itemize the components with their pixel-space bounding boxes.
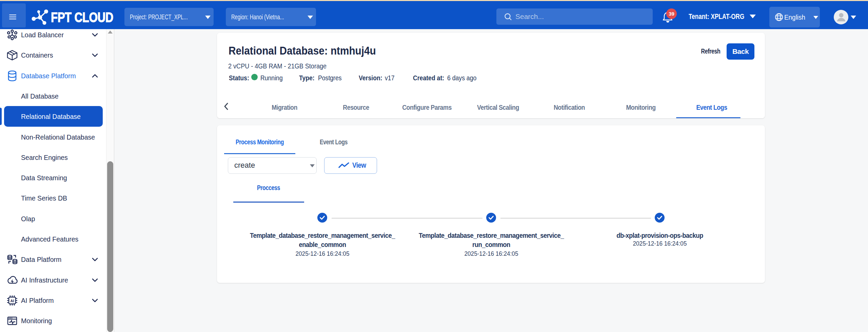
svg-text:AI: AI bbox=[11, 298, 14, 303]
